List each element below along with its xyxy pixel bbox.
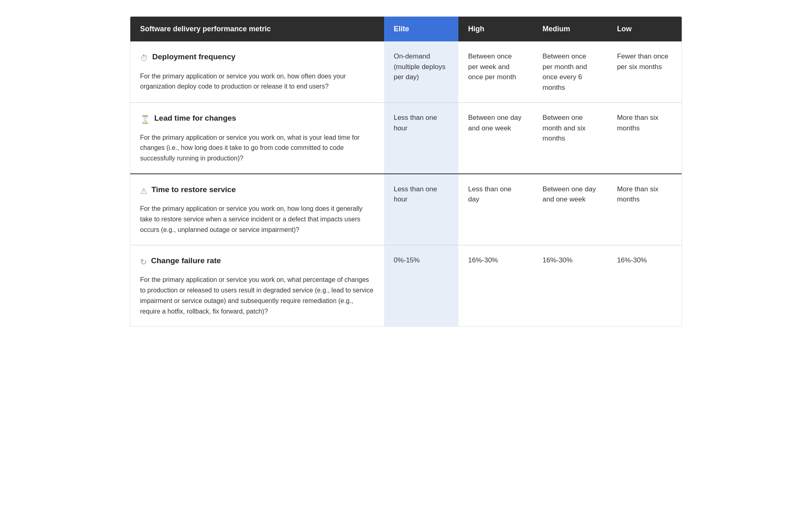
table-row: ↻ Change failure rate For the primary ap… [130, 245, 682, 326]
medium-value-time-to-restore-service: Between one day and one week [533, 174, 607, 245]
metric-description-lead-time-for-changes: For the primary application or service y… [140, 134, 360, 162]
low-value-time-to-restore-service: More than six months [607, 174, 682, 245]
low-value-deployment-frequency: Fewer than once per six months [607, 41, 682, 103]
metric-title-deployment-frequency: Deployment frequency [152, 51, 235, 63]
clock-icon: ⏱ [140, 52, 148, 64]
low-value-change-failure-rate: 16%-30% [607, 245, 682, 326]
high-value-deployment-frequency: Between once per week and once per month [458, 41, 533, 103]
elite-value-change-failure-rate: 0%-15% [384, 245, 458, 326]
table-row: ⚠ Time to restore service For the primar… [130, 174, 682, 245]
elite-value-lead-time-for-changes: Less than one hour [384, 103, 458, 174]
metric-title-change-failure-rate: Change failure rate [151, 255, 221, 267]
table-row: ⏱ Deployment frequency For the primary a… [130, 41, 682, 103]
hourglass-icon: ⌛ [140, 113, 150, 126]
high-value-change-failure-rate: 16%-30% [458, 245, 533, 326]
medium-value-deployment-frequency: Between once per month and once every 6 … [533, 41, 607, 103]
metric-description-deployment-frequency: For the primary application or service y… [140, 73, 346, 90]
metric-title-lead-time-for-changes: Lead time for changes [154, 113, 236, 124]
elite-value-deployment-frequency: On-demand (multiple deploys per day) [384, 41, 458, 103]
table-row: ⌛ Lead time for changes For the primary … [130, 103, 682, 174]
metric-description-change-failure-rate: For the primary application or service y… [140, 276, 374, 314]
elite-column-header: Elite [384, 17, 458, 41]
high-value-lead-time-for-changes: Between one day and one week [458, 103, 533, 174]
metric-cell-deployment-frequency: ⏱ Deployment frequency For the primary a… [130, 41, 384, 103]
metric-title-time-to-restore-service: Time to restore service [151, 184, 236, 196]
medium-column-header: Medium [533, 17, 607, 41]
metric-cell-lead-time-for-changes: ⌛ Lead time for changes For the primary … [130, 103, 384, 174]
sync-icon: ↻ [140, 256, 147, 268]
elite-value-time-to-restore-service: Less than one hour [384, 174, 458, 245]
low-column-header: Low [607, 17, 682, 41]
metric-cell-time-to-restore-service: ⚠ Time to restore service For the primar… [130, 174, 384, 245]
high-column-header: High [458, 17, 533, 41]
low-value-lead-time-for-changes: More than six months [607, 103, 682, 174]
medium-value-lead-time-for-changes: Between one month and six months [533, 103, 607, 174]
metric-column-header: Software delivery performance metric [130, 17, 384, 41]
high-value-time-to-restore-service: Less than one day [458, 174, 533, 245]
metric-cell-change-failure-rate: ↻ Change failure rate For the primary ap… [130, 245, 384, 326]
performance-table: Software delivery performance metric Eli… [130, 16, 682, 327]
metric-description-time-to-restore-service: For the primary application or service y… [140, 205, 363, 233]
medium-value-change-failure-rate: 16%-30% [533, 245, 607, 326]
alert-icon: ⚠ [140, 185, 147, 197]
